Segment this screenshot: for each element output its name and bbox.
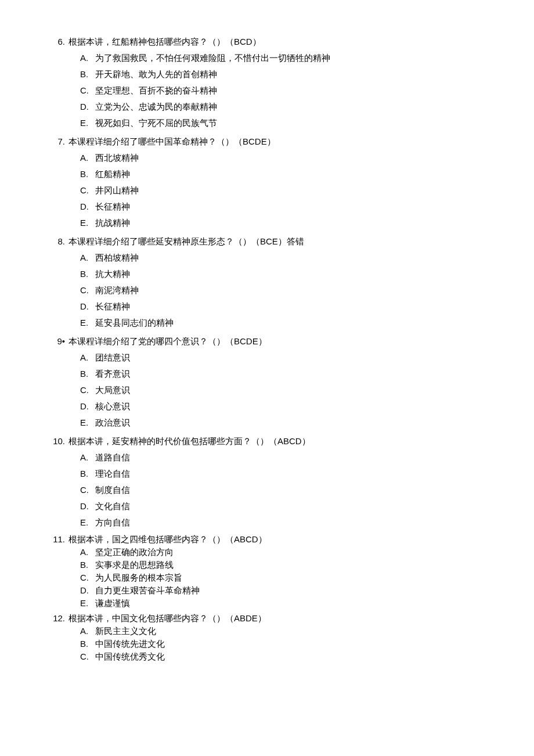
options-list: A.团结意识B.看齐意识C.大局意识D.核心意识E.政治意识 [52,350,482,431]
option-row: A.西北坡精神 [80,150,482,166]
option-row: D.立党为公、忠诚为民的奉献精神 [80,99,482,115]
option-row: B.看齐意识 [80,366,482,382]
option-row: D.自力更生艰苦奋斗革命精神 [80,584,482,597]
option-letter: A. [80,150,93,166]
option-letter: D. [80,398,93,415]
question-row: 6.根据本讲，红船精神包括哪些内容？（）（BCD） [52,34,482,50]
question-number: 8. [52,233,65,250]
option-text: 西柏坡精神 [95,250,139,266]
question: 10.根据本讲，延安精神的时代价值包括哪些方面？（）（ABCD）A.道路自信B.… [52,433,482,531]
option-row: E.政治意识 [80,415,482,431]
option-letter: B. [80,638,93,650]
option-text: 延安县同志们的精神 [95,315,174,331]
option-text: 中国传统先进文化 [95,638,165,650]
option-row: A.新民主主义文化 [80,625,482,638]
option-text: 文化自信 [95,498,130,514]
option-letter: B. [80,266,93,282]
option-row: E.谦虚谨慎 [80,597,482,610]
option-text: 抗战精神 [95,215,130,231]
option-letter: D. [80,99,93,115]
question: 8.本课程详细介绍了哪些延安精神原生形态？（）（BCE）答错A.西柏坡精神B.抗… [52,233,482,331]
option-row: C.南泥湾精神 [80,282,482,298]
option-text: 井冈山精神 [95,182,139,199]
question-number: 10. [52,433,65,449]
question-text: 根据本讲，中国文化包括哪些内容？（）（ABDE） [68,612,482,625]
option-row: E.方向自信 [80,514,482,531]
option-letter: C. [80,382,93,398]
option-letter: D. [80,199,93,215]
option-letter: A. [80,50,93,66]
option-letter: B. [80,66,93,82]
question-number: 7. [52,134,65,150]
option-row: B.抗大精神 [80,266,482,282]
option-row: C.制度自信 [80,482,482,498]
option-letter: A. [80,625,93,638]
option-row: B.理论自信 [80,466,482,482]
option-letter: E. [80,115,93,131]
question: 7.本课程详细介绍了哪些中国革命精神？（）（BCDE）A.西北坡精神B.红船精神… [52,134,482,231]
question-text: 根据本讲，红船精神包括哪些内容？（）（BCD） [68,34,482,50]
option-letter: C. [80,182,93,199]
option-letter: A. [80,350,93,366]
option-text: 新民主主义文化 [95,625,156,638]
option-text: 立党为公、忠诚为民的奉献精神 [95,99,217,115]
option-text: 大局意识 [95,382,130,398]
option-row: B.实事求是的思想路线 [80,559,482,571]
option-letter: B. [80,366,93,382]
option-text: 道路自信 [95,449,130,466]
option-row: A.团结意识 [80,350,482,366]
option-text: 坚定理想、百折不挠的奋斗精神 [95,82,217,99]
option-letter: C. [80,282,93,298]
option-letter: E. [80,415,93,431]
option-row: C.中国传统优秀文化 [80,650,482,663]
option-row: C.坚定理想、百折不挠的奋斗精神 [80,82,482,99]
option-letter: A. [80,250,93,266]
option-text: 为人民服务的根本宗旨 [95,571,182,584]
option-text: 政治意识 [95,415,130,431]
option-letter: A. [80,449,93,466]
question: 9•本课程详细介绍了党的哪四个意识？（）（BCDE）A.团结意识B.看齐意识C.… [52,333,482,431]
question: 11.根据本讲，国之四维包括哪些内容？（）（ABCD）A.坚定正确的政治方向B.… [52,533,482,610]
options-list: A.坚定正确的政治方向B.实事求是的思想路线C.为人民服务的根本宗旨D.自力更生… [52,546,482,610]
option-letter: E. [80,215,93,231]
question-row: 7.本课程详细介绍了哪些中国革命精神？（）（BCDE） [52,134,482,150]
option-text: 理论自信 [95,466,130,482]
option-letter: A. [80,546,93,559]
option-letter: D. [80,584,93,597]
option-text: 核心意识 [95,398,130,415]
question-text: 根据本讲，延安精神的时代价值包括哪些方面？（）（ABCD） [68,433,482,449]
question-row: 11.根据本讲，国之四维包括哪些内容？（）（ABCD） [52,533,482,546]
option-row: B.开天辟地、敢为人先的首创精神 [80,66,482,82]
option-text: 西北坡精神 [95,150,139,166]
option-text: 制度自信 [95,482,130,498]
option-row: E.延安县同志们的精神 [80,315,482,331]
option-row: D.文化自信 [80,498,482,514]
option-row: E.视死如归、宁死不屈的民族气节 [80,115,482,131]
options-list: A.西北坡精神B.红船精神C.井冈山精神D.长征精神E.抗战精神 [52,150,482,231]
option-row: B.中国传统先进文化 [80,638,482,650]
option-letter: B. [80,466,93,482]
option-letter: B. [80,166,93,182]
option-letter: E. [80,597,93,610]
option-row: A.西柏坡精神 [80,250,482,266]
option-text: 长征精神 [95,199,130,215]
option-row: D.长征精神 [80,199,482,215]
option-text: 抗大精神 [95,266,130,282]
option-letter: D. [80,298,93,315]
option-row: A.道路自信 [80,449,482,466]
question-number: 12. [52,612,65,625]
option-text: 看齐意识 [95,366,130,382]
option-row: A.坚定正确的政治方向 [80,546,482,559]
question: 6.根据本讲，红船精神包括哪些内容？（）（BCD）A.为了救国救民，不怕任何艰难… [52,34,482,131]
question-row: 12.根据本讲，中国文化包括哪些内容？（）（ABDE） [52,612,482,625]
option-letter: C. [80,650,93,663]
question: 12.根据本讲，中国文化包括哪些内容？（）（ABDE）A.新民主主义文化B.中国… [52,612,482,663]
question-row: 9•本课程详细介绍了党的哪四个意识？（）（BCDE） [52,333,482,350]
option-letter: B. [80,559,93,571]
option-letter: E. [80,315,93,331]
option-text: 红船精神 [95,166,130,182]
option-text: 南泥湾精神 [95,282,139,298]
option-text: 中国传统优秀文化 [95,650,165,663]
document-page: 6.根据本讲，红船精神包括哪些内容？（）（BCD）A.为了救国救民，不怕任何艰难… [0,0,534,700]
option-text: 为了救国救民，不怕任何艰难险阻，不惜付出一切牺牲的精神 [95,50,330,66]
